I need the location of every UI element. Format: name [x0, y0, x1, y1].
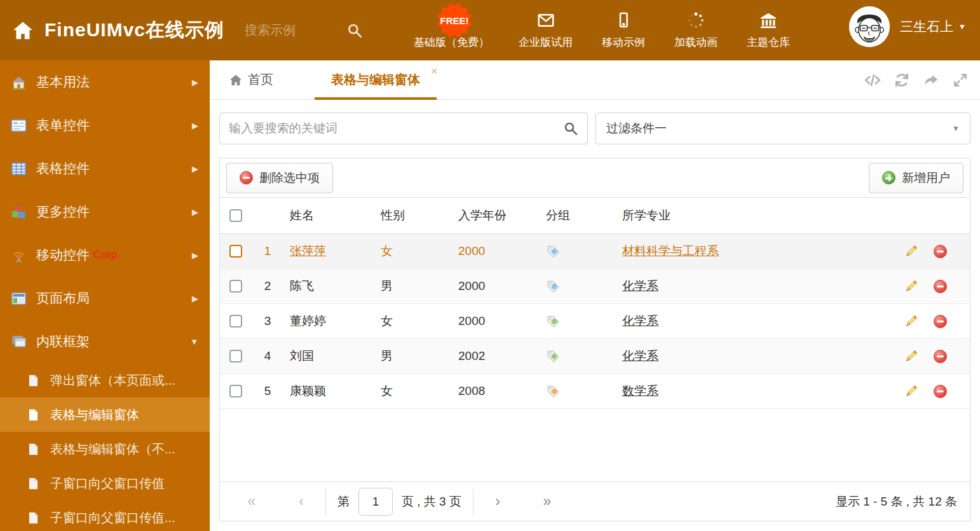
expand-right-icon: ▶: [192, 121, 198, 130]
share-icon[interactable]: [923, 72, 939, 88]
nav-label: 加载动画: [674, 35, 718, 50]
collapse-down-icon: ▼: [190, 337, 198, 347]
source-code-icon[interactable]: [864, 72, 881, 88]
table-row[interactable]: 1 张萍萍 女 2000 材料科学与工程系: [220, 234, 970, 269]
major-link[interactable]: 化学系: [622, 314, 658, 328]
header-search-input[interactable]: [245, 23, 340, 38]
user-name: 三生石上: [900, 18, 953, 36]
nav-item-loading-animation[interactable]: 加载动画: [674, 11, 718, 50]
year-cell: 2000: [449, 314, 536, 328]
nav-item-theme-repo[interactable]: 主题仓库: [747, 11, 790, 50]
edit-pencil-icon[interactable]: [904, 244, 918, 259]
column-header-name[interactable]: 姓名: [280, 207, 371, 224]
sidebar-subitem-label: 弹出窗体（本页面或...: [50, 372, 175, 389]
name-link[interactable]: 张萍萍: [290, 244, 326, 258]
house-icon: [10, 74, 27, 91]
home-icon: [11, 19, 34, 42]
row-checkbox[interactable]: [229, 350, 242, 362]
keyword-search-input[interactable]: [229, 121, 563, 135]
main-content: 首页 表格与编辑窗体 ✕: [210, 60, 980, 531]
add-user-button[interactable]: 新增用户: [869, 163, 963, 193]
edit-pencil-icon[interactable]: [904, 279, 918, 294]
tab-toolbar: [864, 60, 969, 100]
sidebar-item-form-controls[interactable]: 表单控件 ▶: [0, 104, 210, 147]
free-badge-label: FREE!: [436, 2, 473, 39]
column-header-group[interactable]: 分组: [536, 207, 613, 224]
delete-row-icon[interactable]: [934, 280, 947, 293]
name-link[interactable]: 董婷婷: [290, 314, 326, 328]
edit-pencil-icon[interactable]: [904, 314, 918, 329]
name-link[interactable]: 陈飞: [290, 279, 314, 293]
tab-home[interactable]: 首页: [229, 60, 273, 99]
sidebar-subitem-child-to-parent-2[interactable]: 子窗口向父窗口传值...: [0, 500, 210, 531]
table-row[interactable]: 5 康颖颖 女 2008 数学系: [220, 374, 970, 409]
major-link[interactable]: 材料科学与工程系: [622, 244, 719, 258]
sidebar-item-label: 表单控件: [36, 116, 192, 134]
select-all-checkbox[interactable]: [229, 209, 242, 222]
avatar: [849, 6, 890, 47]
table-row[interactable]: 2 陈飞 男 2000 化学系: [220, 269, 970, 304]
delete-row-icon[interactable]: [934, 385, 947, 398]
sidebar-item-more-controls[interactable]: 更多控件 ▶: [0, 190, 210, 233]
pagination-bar: « ‹ 第 页 , 共 3 页 › » 显示 1 - 5 条 , 共 12 条: [220, 481, 970, 521]
row-checkbox[interactable]: [229, 315, 242, 328]
next-page-icon[interactable]: ›: [485, 493, 510, 510]
column-header-major[interactable]: 所学专业: [613, 207, 895, 224]
sidebar-subitem-popup-window[interactable]: 弹出窗体（本页面或...: [0, 363, 210, 397]
sidebar-item-grid-controls[interactable]: 表格控件 ▶: [0, 147, 210, 190]
nav-item-mobile-demo[interactable]: 移动示例: [602, 11, 645, 50]
table-row[interactable]: 3 董婷婷 女 2000 化学系: [220, 304, 970, 339]
nav-item-enterprise-trial[interactable]: 企业版试用: [519, 11, 573, 50]
delete-row-icon[interactable]: [934, 350, 947, 363]
first-page-icon[interactable]: «: [239, 493, 264, 510]
search-icon[interactable]: [563, 121, 578, 136]
major-link[interactable]: 化学系: [622, 349, 658, 362]
brand[interactable]: FineUIMvc在线示例: [0, 17, 224, 43]
column-header-year[interactable]: 入学年份: [449, 207, 536, 224]
edit-pencil-icon[interactable]: [904, 349, 918, 364]
column-header-gender[interactable]: 性别: [371, 207, 449, 224]
tab-label: 表格与编辑窗体: [331, 71, 420, 88]
tab-grid-edit-window[interactable]: 表格与编辑窗体 ✕: [315, 60, 437, 99]
minus-icon: [240, 171, 253, 184]
row-number: 2: [255, 279, 280, 293]
corp-badge: Corp.: [93, 249, 192, 261]
sidebar-item-mobile-controls[interactable]: 移动控件 Corp. ▶: [0, 233, 210, 277]
prev-page-icon[interactable]: ‹: [289, 493, 314, 510]
sidebar-subitem-child-to-parent[interactable]: 子窗口向父窗口传值: [0, 466, 210, 500]
sidebar-item-label: 移动控件: [36, 246, 90, 264]
major-link[interactable]: 化学系: [622, 279, 658, 293]
free-badge: FREE!: [436, 2, 473, 39]
home-icon: [229, 73, 243, 87]
edit-pencil-icon[interactable]: [904, 384, 918, 399]
tab-label: 首页: [248, 71, 273, 88]
keyword-search-box[interactable]: [219, 113, 588, 144]
filter-condition-dropdown[interactable]: 过滤条件一 ▼: [595, 113, 970, 144]
row-checkbox[interactable]: [229, 280, 242, 293]
table-row[interactable]: 4 刘国 男 2002 化学系: [220, 339, 970, 374]
sidebar-subitem-grid-edit-window-2[interactable]: 表格与编辑窗体（不...: [0, 432, 210, 466]
row-checkbox[interactable]: [229, 385, 242, 397]
fullscreen-icon[interactable]: [952, 72, 969, 88]
nav-label: 移动示例: [602, 35, 645, 50]
sidebar-item-page-layout[interactable]: 页面布局 ▶: [0, 277, 210, 320]
delete-selected-button[interactable]: 删除选中项: [226, 163, 333, 193]
sidebar-item-iframe[interactable]: 内联框架 ▼: [0, 320, 210, 363]
delete-row-icon[interactable]: [934, 315, 947, 328]
row-number: 1: [255, 244, 280, 258]
sidebar-subitem-grid-edit-window[interactable]: 表格与编辑窗体: [0, 397, 210, 432]
row-checkbox[interactable]: [229, 245, 242, 258]
user-menu[interactable]: 三生石上 ▼: [849, 6, 966, 47]
page-number-input[interactable]: [358, 488, 393, 516]
sidebar-item-basic-usage[interactable]: 基本用法 ▶: [0, 60, 210, 104]
major-link[interactable]: 数学系: [622, 384, 658, 397]
tab-close-icon[interactable]: ✕: [430, 66, 438, 76]
table-icon: [10, 160, 27, 177]
tag-icon: [546, 349, 561, 364]
name-link[interactable]: 刘国: [290, 349, 314, 362]
search-icon[interactable]: [346, 22, 363, 39]
name-link[interactable]: 康颖颖: [290, 384, 326, 397]
last-page-icon[interactable]: »: [534, 493, 560, 510]
refresh-icon[interactable]: [894, 72, 910, 88]
delete-row-icon[interactable]: [934, 245, 947, 258]
